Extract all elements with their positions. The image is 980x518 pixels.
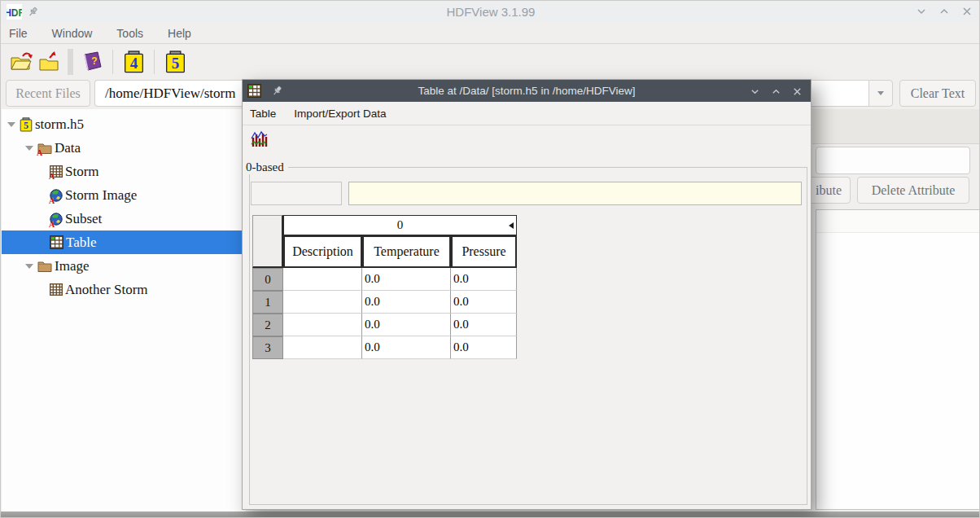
tree-item-storm[interactable]: A Storm: [2, 160, 246, 183]
menu-file[interactable]: File: [7, 27, 29, 40]
tree-item-storm-h5[interactable]: 5 storm.h5: [2, 112, 246, 136]
tree-item-label: Another Storm: [65, 282, 148, 298]
tree-item-label: Data: [55, 140, 81, 156]
table-cell[interactable]: 0.0: [451, 268, 517, 291]
main-menubar: File Window Tools Help: [1, 23, 980, 44]
chart-icon[interactable]: [251, 130, 268, 151]
attribute-table-header: [816, 210, 979, 233]
maximize-icon[interactable]: [938, 6, 950, 20]
column-header-pressure[interactable]: Pressure: [451, 235, 517, 268]
table-cell[interactable]: 0.0: [362, 268, 451, 291]
cell-reference-field[interactable]: [251, 182, 342, 205]
column-header-description[interactable]: Description: [283, 235, 362, 268]
hdf5-file-icon[interactable]: 5: [161, 48, 189, 76]
table-view-dialog: Table at /Data/ [storm.h5 in /home/HDFVi…: [242, 79, 812, 510]
index-base-label: 0-based: [246, 160, 288, 174]
menu-tools[interactable]: Tools: [115, 27, 145, 40]
close-file-icon[interactable]: [35, 48, 63, 76]
expander-icon[interactable]: [25, 264, 33, 269]
close-icon[interactable]: [961, 6, 973, 20]
chevron-down-icon: [877, 90, 885, 96]
table-cell[interactable]: [283, 336, 362, 359]
collapse-triangle-icon[interactable]: [509, 222, 514, 229]
table-corner-cell[interactable]: [252, 215, 283, 268]
menu-window[interactable]: Window: [50, 27, 94, 40]
tree-item-subset[interactable]: A Subset: [2, 207, 246, 230]
group-folder-icon: [37, 261, 52, 272]
file-tree-panel: 5 storm.h5 A Data A Storm: [2, 109, 246, 511]
attribute-badge: A: [37, 148, 42, 157]
toolbar-separator: [154, 50, 155, 74]
minimize-icon[interactable]: [750, 86, 760, 100]
table-cell[interactable]: 0.0: [362, 291, 451, 314]
table-cell[interactable]: 0.0: [451, 291, 517, 314]
hdfview-app: { "window": { "title": "HDFView 3.1.99",…: [0, 0, 980, 518]
expander-icon[interactable]: [7, 122, 15, 127]
tree-item-label: Table: [66, 235, 97, 251]
toolbar-separator: [112, 50, 113, 74]
svg-text:5: 5: [24, 120, 28, 131]
table-cell[interactable]: 0.0: [362, 336, 451, 359]
table-icon: [50, 235, 63, 249]
svg-text:?: ?: [91, 55, 97, 67]
tree-item-label: storm.h5: [35, 116, 84, 133]
menu-help[interactable]: Help: [166, 27, 193, 40]
help-book-icon[interactable]: ?: [78, 48, 106, 76]
table-cell[interactable]: 0.0: [451, 314, 517, 336]
expander-icon[interactable]: [25, 146, 33, 151]
image-globe-icon: A: [50, 189, 63, 202]
svg-text:4: 4: [129, 55, 138, 72]
tree-item-label: Storm: [65, 164, 99, 180]
table-cell[interactable]: [283, 291, 362, 314]
tree-item-storm-image[interactable]: A Storm Image: [2, 183, 246, 207]
image-globe-icon: A: [50, 213, 63, 226]
dialog-menubar: Table Import/Export Data: [243, 102, 811, 125]
column-group-header[interactable]: 0: [283, 215, 517, 235]
hdf5-file-icon: 5: [20, 117, 33, 132]
row-header[interactable]: 0: [252, 268, 283, 291]
table-cell[interactable]: [283, 268, 362, 291]
menu-table[interactable]: Table: [250, 108, 276, 120]
main-toolbar: ? 4 5: [1, 45, 980, 78]
menu-import-export-data[interactable]: Import/Export Data: [294, 108, 386, 120]
dataset-icon: A: [50, 165, 63, 178]
tree-item-label: Subset: [65, 211, 102, 227]
tree-item-data[interactable]: A Data: [2, 136, 246, 160]
app-title: HDFView 3.1.99: [1, 1, 980, 23]
tree-item-table[interactable]: Table: [2, 230, 246, 254]
tree-item-another-storm[interactable]: Another Storm: [2, 278, 246, 301]
open-file-icon[interactable]: [7, 48, 35, 76]
toolbar-separator: [68, 49, 73, 75]
maximize-icon[interactable]: [771, 86, 781, 100]
close-icon[interactable]: [792, 86, 803, 100]
attribute-badge: A: [49, 196, 55, 205]
attribute-panel-field[interactable]: [816, 147, 970, 174]
tree-item-image[interactable]: Image: [2, 254, 246, 278]
attribute-badge: A: [49, 220, 55, 229]
table-cell[interactable]: 0.0: [451, 336, 517, 359]
attribute-table: [816, 209, 980, 510]
recent-files-button[interactable]: Recent Files: [6, 80, 90, 107]
row-header[interactable]: 1: [252, 291, 283, 314]
main-titlebar[interactable]: HDF HDFView 3.1.99: [1, 1, 980, 23]
hdf4-file-icon[interactable]: 4: [120, 48, 147, 76]
row-header[interactable]: 2: [252, 314, 283, 336]
svg-text:5: 5: [171, 55, 179, 72]
table-cell[interactable]: 0.0: [362, 314, 451, 336]
cell-value-field[interactable]: [348, 182, 802, 205]
group-folder-icon: A: [37, 143, 52, 154]
window-bottom-edge: [1, 511, 980, 518]
dialog-titlebar[interactable]: Table at /Data/ [storm.h5 in /home/HDFVi…: [243, 80, 811, 102]
attribute-panel-header: [812, 109, 980, 144]
row-header[interactable]: 3: [252, 336, 283, 359]
tree-item-label: Image: [55, 258, 89, 274]
table-cell[interactable]: [283, 314, 362, 336]
delete-attribute-button[interactable]: Delete Attribute: [857, 177, 969, 204]
minimize-icon[interactable]: [916, 6, 927, 20]
tree-item-label: Storm Image: [65, 187, 137, 204]
dataset-icon: [50, 283, 63, 296]
column-header-temperature[interactable]: Temperature: [362, 235, 451, 268]
attribute-badge: A: [49, 172, 55, 181]
combo-dropdown-button[interactable]: [868, 80, 893, 107]
clear-text-button[interactable]: Clear Text: [899, 80, 976, 107]
